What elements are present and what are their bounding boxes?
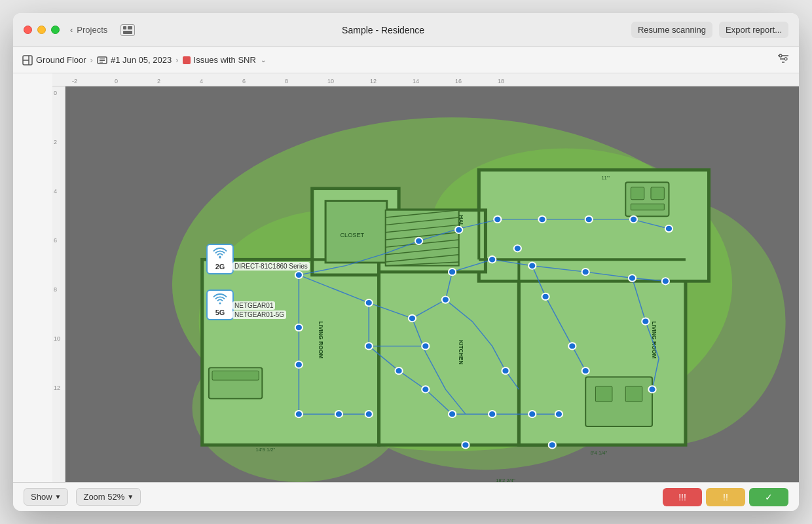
svg-point-76 (409, 315, 416, 322)
svg-point-91 (295, 411, 303, 417)
status-yellow-button[interactable]: !! (706, 488, 745, 506)
svg-rect-0 (123, 26, 126, 29)
svg-point-64 (630, 216, 637, 223)
show-button[interactable]: Show ▼ (24, 488, 68, 506)
close-button[interactable] (24, 26, 32, 34)
svg-point-65 (665, 225, 673, 232)
zoom-button[interactable]: Zoom 52% ▼ (76, 488, 141, 506)
ap-name-netgear: NETGEAR01 (232, 301, 275, 310)
svg-point-80 (295, 272, 303, 278)
svg-text:11'": 11'" (601, 175, 610, 181)
svg-point-94 (449, 411, 456, 417)
floor-plan-icon (22, 55, 33, 66)
access-point-2g[interactable]: 2G (206, 244, 234, 274)
window-title: Sample - Residence (135, 25, 631, 35)
ruler-tick-v: 10 (54, 335, 60, 342)
ruler-tick: 14 (413, 78, 419, 84)
floor-plan-container: CLOSET LIVING (65, 86, 799, 482)
svg-point-75 (365, 299, 373, 306)
bottom-bar: Show ▼ Zoom 52% ▼ !!! !! ✓ (13, 482, 799, 511)
svg-point-14 (784, 58, 787, 60)
svg-rect-55 (631, 204, 664, 210)
ruler-tick: 16 (455, 78, 462, 84)
issues-filter[interactable]: Issues with SNR ⌄ (183, 55, 266, 65)
svg-point-67 (455, 227, 462, 233)
svg-point-87 (502, 367, 509, 374)
layout-icon[interactable] (120, 24, 135, 36)
show-label: Show (31, 492, 52, 502)
svg-text:18'2 2/4": 18'2 2/4" (496, 477, 515, 482)
svg-rect-54 (651, 187, 664, 200)
svg-rect-21 (202, 259, 379, 445)
svg-text:CLOSET: CLOSET (340, 233, 364, 239)
zoom-chevron: ▼ (127, 493, 134, 500)
svg-point-68 (514, 245, 521, 252)
scan-label: #1 Jun 05, 2023 (111, 55, 172, 65)
svg-point-101 (219, 303, 221, 305)
ruler-tick-v: 4 (54, 188, 57, 195)
floor-plan-svg: CLOSET LIVING (65, 86, 799, 482)
svg-rect-53 (631, 187, 644, 200)
ruler-vertical: 0 2 4 6 8 10 12 (52, 86, 65, 482)
status-red-label: !!! (678, 492, 686, 502)
titlebar: ‹ Projects Sample - Residence Resume sca… (13, 13, 799, 47)
svg-point-70 (489, 256, 496, 263)
resume-scanning-button[interactable]: Resume scanning (631, 22, 712, 38)
ruler-tick-v: 2 (54, 139, 57, 145)
svg-point-86 (422, 386, 429, 392)
svg-point-85 (395, 367, 402, 374)
svg-point-83 (365, 343, 373, 349)
ruler-tick: 2 (157, 78, 160, 84)
ruler-tick-v: 12 (54, 384, 60, 391)
svg-rect-1 (128, 26, 132, 29)
svg-point-81 (295, 324, 303, 331)
canvas-area[interactable]: CLOSET LIVING (65, 86, 799, 482)
svg-rect-25 (479, 170, 709, 281)
svg-point-92 (335, 411, 342, 417)
ap-name-netgear-5g: NETGEAR01-5G (232, 310, 286, 319)
status-green-button[interactable]: ✓ (749, 488, 788, 506)
ap-band-label: 2G (215, 263, 225, 271)
maximize-button[interactable] (51, 26, 60, 34)
titlebar-actions: Resume scanning Export report... (631, 22, 788, 38)
svg-point-77 (442, 296, 449, 303)
filter-button[interactable] (777, 53, 790, 67)
svg-point-61 (494, 216, 501, 223)
ruler-tick-v: 8 (54, 286, 57, 293)
back-projects[interactable]: ‹ Projects (70, 25, 107, 35)
access-point-5g[interactable]: 5G (206, 290, 234, 320)
svg-point-66 (415, 238, 422, 244)
ruler-tick: -2 (72, 78, 77, 84)
scan-icon (97, 56, 107, 65)
svg-text:KITCHEN: KITCHEN (458, 340, 464, 365)
main-content: -2 0 2 4 6 8 10 12 14 16 18 0 2 4 6 8 10 (13, 73, 799, 482)
scan-breadcrumb[interactable]: #1 Jun 05, 2023 (97, 55, 172, 65)
svg-point-84 (422, 343, 429, 349)
ruler-tick: 4 (200, 78, 203, 84)
export-report-button[interactable]: Export report... (719, 22, 788, 38)
wifi-5g-icon (213, 293, 227, 308)
ap-band-5g-label: 5G (215, 309, 225, 316)
ruler-tick: 12 (370, 78, 377, 84)
svg-point-97 (555, 411, 563, 417)
svg-point-93 (365, 411, 373, 417)
floor-label: Ground Floor (36, 55, 86, 65)
svg-rect-57 (595, 386, 612, 402)
projects-label: Projects (77, 25, 107, 35)
svg-point-72 (582, 269, 589, 275)
sep1: › (90, 55, 93, 65)
svg-point-62 (538, 216, 545, 223)
status-red-button[interactable]: !!! (663, 488, 702, 506)
ruler-tick-v: 0 (54, 90, 57, 96)
minimize-button[interactable] (37, 26, 46, 34)
toolbar: Ground Floor › #1 Jun 05, 2023 › Issues … (13, 47, 799, 73)
svg-point-74 (662, 278, 669, 284)
floor-breadcrumb[interactable]: Ground Floor (22, 55, 86, 66)
ruler-tick: 6 (242, 78, 246, 84)
svg-point-100 (219, 257, 221, 259)
svg-point-63 (585, 216, 593, 223)
ruler-horizontal: -2 0 2 4 6 8 10 12 14 16 18 (52, 73, 799, 86)
wifi-icon (213, 248, 227, 262)
status-yellow-label: !! (723, 492, 728, 502)
svg-rect-58 (625, 386, 642, 402)
